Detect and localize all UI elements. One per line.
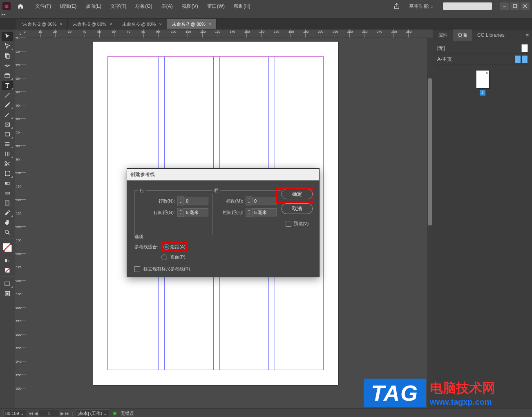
expand-control-icon[interactable]: ▸▸: [2, 12, 6, 16]
panel-tab-properties[interactable]: 属性: [433, 29, 453, 41]
note-tool[interactable]: [2, 198, 13, 207]
cols-gutter-label: 栏间距(T):: [223, 210, 243, 216]
grid-tool-1[interactable]: [2, 140, 13, 149]
zoom-selector[interactable]: 80.189 ⌄: [3, 410, 26, 417]
panel-menu-icon[interactable]: ≡: [523, 30, 532, 40]
next-page-icon[interactable]: ▶: [60, 411, 64, 416]
rows-gutter-input[interactable]: 5 毫米: [184, 208, 208, 216]
panel-tab-cc-libraries[interactable]: CC Libraries: [472, 30, 510, 40]
free-transform-tool[interactable]: [2, 169, 13, 178]
rectangle-frame-tool[interactable]: [2, 120, 13, 129]
menu-type[interactable]: 文字(T): [106, 1, 130, 11]
apply-none-icon[interactable]: [2, 266, 13, 275]
master-a-row[interactable]: A-主页: [435, 54, 530, 65]
grid-tool-2[interactable]: [2, 149, 13, 158]
menu-object[interactable]: 对象(O): [131, 1, 156, 11]
preview-checkbox[interactable]: [286, 221, 291, 227]
container-format-toggle[interactable]: T: [2, 256, 13, 265]
menu-window[interactable]: 窗口(W): [203, 1, 229, 11]
menu-help[interactable]: 帮助(H): [230, 1, 255, 11]
style-selector[interactable]: [基本] (工作) ⌄: [76, 409, 110, 417]
vertical-scrollbar[interactable]: [427, 38, 433, 408]
close-button[interactable]: [521, 2, 530, 10]
view-options-icon[interactable]: [2, 289, 13, 298]
screen-mode-toggle[interactable]: [2, 279, 13, 288]
document-tab[interactable]: 未命名-5 @ 80% ×: [68, 19, 118, 29]
cols-count-stepper[interactable]: ▴▾: [246, 196, 252, 205]
tab-close-icon[interactable]: ×: [60, 22, 62, 27]
type-tool[interactable]: [2, 81, 13, 90]
menu-file[interactable]: 文件(F): [31, 1, 55, 11]
rows-count-stepper[interactable]: ▴▾: [177, 196, 184, 205]
fit-margins-radio[interactable]: [163, 244, 169, 250]
document-tab[interactable]: *未命名-2 @ 80% ×: [16, 19, 68, 29]
annotation-highlight: 边距(A): [161, 242, 188, 252]
cols-count-input[interactable]: 0: [252, 197, 277, 205]
page-thumbnail-area: A 1: [433, 70, 532, 96]
cols-gutter-stepper[interactable]: ▴▾: [246, 208, 252, 217]
remove-existing-label: 移去现有标尺参考线(R): [143, 266, 190, 272]
gradient-swatch-tool[interactable]: [2, 179, 13, 188]
scrollbar-thumb[interactable]: [428, 78, 432, 225]
line-tool[interactable]: [2, 91, 13, 100]
content-collector-tool[interactable]: [2, 71, 13, 80]
svg-point-12: [9, 175, 10, 176]
document-tab[interactable]: 未命名-7 @ 80% ×: [167, 19, 217, 29]
document-tab-label: 未命名-5 @ 80%: [73, 21, 106, 27]
rows-count-input[interactable]: 0: [184, 197, 208, 205]
page-thumbnail[interactable]: A: [476, 70, 489, 88]
menu-layout[interactable]: 版面(L): [81, 1, 105, 11]
eyedropper-tool[interactable]: [2, 208, 13, 217]
master-none-row[interactable]: [无]: [435, 43, 530, 54]
document-tab[interactable]: 未命名-6 @ 80% ×: [117, 19, 167, 29]
share-icon[interactable]: [393, 3, 400, 9]
page-input[interactable]: 1: [39, 410, 59, 417]
menu-view[interactable]: 视图(V): [178, 1, 202, 11]
watermark-tag: TAG: [364, 379, 426, 407]
column-guide: [107, 56, 108, 370]
menu-table[interactable]: 表(A): [157, 1, 177, 11]
prev-page-icon[interactable]: ◀: [34, 411, 38, 416]
workspace: T 0 010203040506070809010011012013014015…: [0, 29, 532, 408]
rows-gutter-stepper[interactable]: ▴▾: [177, 208, 184, 217]
tab-close-icon[interactable]: ×: [209, 22, 211, 27]
scissors-tool[interactable]: [2, 159, 13, 168]
gap-tool[interactable]: [2, 61, 13, 70]
page-number-badge[interactable]: 1: [480, 90, 485, 96]
ruler-horizontal[interactable]: 0102030405060708090100110120130140150160…: [26, 29, 433, 38]
zoom-tool[interactable]: [2, 228, 13, 237]
gradient-feather-tool[interactable]: [2, 189, 13, 198]
tab-close-icon[interactable]: ×: [159, 22, 161, 27]
document-tab-label: *未命名-2 @ 80%: [21, 21, 56, 27]
panel-tab-pages[interactable]: 页面: [453, 29, 472, 41]
fill-stroke-swatch[interactable]: [3, 243, 12, 252]
ruler-vertical[interactable]: 0102030405060708090100110120130140150160…: [15, 38, 26, 408]
pencil-tool[interactable]: [2, 110, 13, 119]
home-button[interactable]: [16, 2, 25, 10]
hand-tool[interactable]: [2, 218, 13, 227]
rows-legend: 行: [138, 187, 146, 194]
search-input[interactable]: [443, 2, 492, 10]
tab-close-icon[interactable]: ×: [110, 22, 112, 27]
rectangle-tool[interactable]: [2, 130, 13, 139]
first-page-icon[interactable]: ⏮: [29, 411, 33, 416]
maximize-button[interactable]: [510, 2, 519, 10]
last-page-icon[interactable]: ⏭: [65, 411, 69, 416]
minimize-button[interactable]: [500, 2, 509, 10]
watermark-url: www.tagxp.com: [430, 397, 495, 407]
menu-edit[interactable]: 编辑(E): [56, 1, 80, 11]
workspace-selector[interactable]: 基本功能: [406, 2, 437, 11]
svg-rect-20: [5, 282, 10, 285]
svg-rect-22: [6, 292, 8, 294]
cols-gutter-input[interactable]: 5 毫米: [252, 208, 277, 216]
cancel-button[interactable]: 取消: [282, 203, 313, 214]
ok-button[interactable]: 确定: [282, 189, 313, 199]
pen-tool[interactable]: [2, 100, 13, 109]
direct-selection-tool[interactable]: [2, 42, 13, 51]
fit-page-radio[interactable]: [161, 254, 167, 260]
selection-tool[interactable]: [2, 32, 13, 41]
remove-existing-checkbox[interactable]: [134, 266, 140, 272]
right-panel-dock: 属性 页面 CC Libraries ≡ [无] A-主页 A 1: [433, 29, 532, 408]
page-tool[interactable]: [2, 51, 13, 60]
svg-rect-3: [5, 74, 10, 77]
